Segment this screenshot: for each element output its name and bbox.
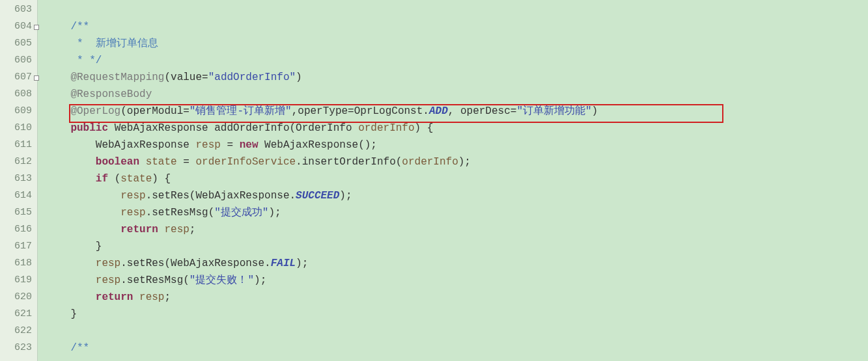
parameter: orderInfo: [358, 122, 414, 134]
code-line[interactable]: @OperLog(operModul="销售管理-订单新增",operType=…: [46, 103, 868, 120]
line-number: 616: [0, 221, 37, 238]
line-number: 608: [0, 86, 37, 103]
code-line[interactable]: /**: [46, 18, 868, 35]
line-number: 612: [0, 154, 37, 170]
code-line[interactable]: public WebAjaxResponse addOrderInfo(Orde…: [46, 120, 868, 137]
line-number: 622: [0, 323, 37, 340]
code-line[interactable]: resp.setResMsg("提交成功");: [46, 204, 868, 221]
line-number: 623: [0, 340, 37, 356]
code-line[interactable]: resp.setResMsg("提交失败！");: [46, 272, 868, 289]
code-line[interactable]: }: [46, 306, 868, 323]
line-number: 609: [0, 103, 37, 120]
code-editor[interactable]: /** * 新增订单信息 * */ @RequestMapping(value=…: [38, 0, 868, 361]
string-literal: "提交失败！": [189, 274, 254, 286]
keyword-if: if: [96, 173, 108, 185]
keyword-public: public: [70, 122, 108, 134]
code-line[interactable]: @RequestMapping(value="addOrderInfo"): [46, 69, 868, 86]
line-number: 611: [0, 137, 37, 154]
string-literal: "销售管理-订单新增": [189, 105, 292, 117]
code-line[interactable]: return resp;: [46, 221, 868, 238]
string-literal: "订单新增功能": [516, 105, 591, 117]
javadoc-open: /**: [70, 21, 89, 33]
code-line[interactable]: resp.setRes(WebAjaxResponse.SUCCEED);: [46, 187, 868, 204]
code-line[interactable]: * */: [46, 52, 868, 69]
line-number: 619: [0, 272, 37, 289]
keyword-boolean: boolean: [96, 156, 139, 168]
oper-log-annotation: @OperLog: [70, 105, 120, 117]
code-line[interactable]: resp.setRes(WebAjaxResponse.FAIL);: [46, 255, 868, 272]
keyword-return: return: [120, 224, 158, 235]
line-number: 615: [0, 204, 37, 221]
code-line[interactable]: return resp;: [46, 289, 868, 306]
line-number: 614: [0, 187, 37, 204]
line-number[interactable]: 607: [0, 69, 37, 86]
javadoc-text: * 新增订单信息: [70, 38, 158, 49]
line-number[interactable]: 604: [0, 18, 37, 35]
code-line[interactable]: [46, 1, 868, 18]
line-number: 621: [0, 306, 37, 323]
line-number: 613: [0, 170, 37, 187]
code-line[interactable]: boolean state = orderInfoService.insertO…: [46, 154, 868, 170]
line-number: 603: [0, 1, 37, 18]
keyword-new: new: [240, 139, 259, 151]
code-line[interactable]: * 新增订单信息: [46, 35, 868, 52]
code-line[interactable]: /**: [46, 340, 868, 356]
code-line[interactable]: @ResponseBody: [46, 86, 868, 103]
response-body-annotation: @ResponseBody: [70, 88, 152, 100]
line-number: 618: [0, 255, 37, 272]
line-number: 610: [0, 120, 37, 137]
code-line[interactable]: WebAjaxResponse resp = new WebAjaxRespon…: [46, 137, 868, 154]
static-field: SUCCEED: [296, 190, 339, 202]
javadoc-open: /**: [70, 342, 89, 354]
line-gutter: 603 604 605 606 607 608 609 610 611 612 …: [0, 0, 38, 361]
line-number: 617: [0, 238, 37, 255]
static-field: FAIL: [271, 258, 296, 269]
line-number: 620: [0, 289, 37, 306]
code-line[interactable]: [46, 323, 868, 340]
line-number: 605: [0, 35, 37, 52]
string-literal: "addOrderInfo": [208, 72, 296, 83]
javadoc-close: * */: [70, 55, 102, 66]
request-mapping-annotation: @RequestMapping: [70, 72, 164, 83]
code-line[interactable]: if (state) {: [46, 170, 868, 187]
code-line[interactable]: }: [46, 238, 868, 255]
keyword-return: return: [96, 291, 133, 303]
line-number: 606: [0, 52, 37, 69]
string-literal: "提交成功": [214, 207, 268, 219]
static-field: ADD: [429, 105, 448, 117]
